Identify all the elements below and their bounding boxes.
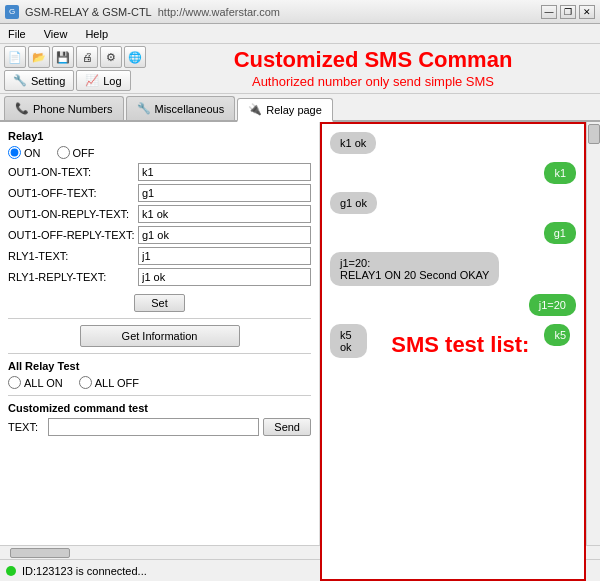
sms-msg-j120: j1=20: RELAY1 ON 20 Second OKAY bbox=[330, 252, 499, 286]
all-relay-test-section: All Relay Test ALL ON ALL OFF bbox=[8, 360, 311, 389]
header-text-block: Customized SMS Comman Authorized number … bbox=[150, 46, 596, 91]
all-relay-radio-group: ALL ON ALL OFF bbox=[8, 376, 311, 389]
scrollbar-thumb-bottom[interactable] bbox=[10, 548, 70, 558]
title-bar: G GSM-RELAY & GSM-CTL http://www.waferst… bbox=[0, 0, 600, 24]
out1-off-input[interactable] bbox=[138, 184, 311, 202]
sms-msg-k5: k5 bbox=[544, 324, 569, 346]
tab-misc-label: Miscellaneous bbox=[155, 103, 225, 115]
sms-msg-k5ok: k5 ok bbox=[330, 324, 367, 358]
send-button[interactable]: Send bbox=[263, 418, 311, 436]
restore-button[interactable]: ❐ bbox=[560, 5, 576, 19]
sms-msg-g1: g1 bbox=[544, 222, 576, 244]
close-button[interactable]: ✕ bbox=[579, 5, 595, 19]
tab-miscellaneous[interactable]: 🔧 Miscellaneous bbox=[126, 96, 236, 120]
window-controls: — ❐ ✕ bbox=[541, 5, 595, 19]
header-title: Customized SMS Comman bbox=[150, 46, 596, 75]
print-icon[interactable]: 🖨 bbox=[76, 46, 98, 68]
new-icon[interactable]: 📄 bbox=[4, 46, 26, 68]
relay1-set-button[interactable]: Set bbox=[134, 294, 185, 312]
divider3 bbox=[8, 395, 311, 396]
customized-command-section: Customized command test TEXT: Send bbox=[8, 402, 311, 436]
customized-text-label: TEXT: bbox=[8, 421, 48, 433]
sms-msg-k1: k1 bbox=[544, 162, 576, 184]
scrollbar-thumb-right[interactable] bbox=[588, 124, 600, 144]
scrollbar-right[interactable] bbox=[586, 122, 600, 545]
tab-relay-label: Relay page bbox=[266, 104, 322, 116]
sms-bottom-row: k5 ok SMS test list: k5 bbox=[330, 324, 576, 358]
status-text: ID:123123 is connected... bbox=[22, 565, 147, 577]
customized-title: Customized command test bbox=[8, 402, 311, 414]
all-on-radio[interactable]: ALL ON bbox=[8, 376, 63, 389]
setting-button[interactable]: 🔧 Setting bbox=[4, 70, 74, 91]
sms-bubble-j120: j1=20: RELAY1 ON 20 Second OKAY bbox=[330, 252, 576, 286]
out1-on-label: OUT1-ON-TEXT: bbox=[8, 166, 138, 178]
sms-bubble-k1ok: k1 ok bbox=[330, 132, 576, 154]
relay1-radio-group: ON OFF bbox=[8, 146, 311, 159]
toolbar: 📄 📂 💾 🖨 ⚙ 🌐 🔧 Setting 📈 Log Customized S… bbox=[0, 44, 600, 94]
minimize-button[interactable]: — bbox=[541, 5, 557, 19]
open-icon[interactable]: 📂 bbox=[28, 46, 50, 68]
log-button[interactable]: 📈 Log bbox=[76, 70, 130, 91]
tab-bar: 📞 Phone Numbers 🔧 Miscellaneous 🔌 Relay … bbox=[0, 94, 600, 122]
all-off-radio[interactable]: ALL OFF bbox=[79, 376, 139, 389]
tab-phone-numbers[interactable]: 📞 Phone Numbers bbox=[4, 96, 124, 120]
customized-text-row: TEXT: Send bbox=[8, 418, 311, 436]
toolbar-icon-group: 📄 📂 💾 🖨 ⚙ 🌐 🔧 Setting 📈 Log bbox=[4, 46, 146, 91]
divider1 bbox=[8, 318, 311, 319]
rly1-reply-label: RLY1-REPLY-TEXT: bbox=[8, 271, 138, 283]
divider2 bbox=[8, 353, 311, 354]
phone-icon: 📞 bbox=[15, 102, 29, 115]
globe-icon[interactable]: 🌐 bbox=[124, 46, 146, 68]
all-relay-title: All Relay Test bbox=[8, 360, 311, 372]
sms-bubble-j120-sent: j1=20 bbox=[330, 294, 576, 316]
log-icon: 📈 bbox=[85, 74, 99, 87]
save-icon[interactable]: 💾 bbox=[52, 46, 74, 68]
rly1-text-row: RLY1-TEXT: bbox=[8, 247, 311, 265]
sms-k5ok-area: k5 ok bbox=[330, 324, 376, 358]
relay1-off-radio[interactable]: OFF bbox=[57, 146, 95, 159]
relay-icon: 🔌 bbox=[248, 103, 262, 116]
rly1-text-label: RLY1-TEXT: bbox=[8, 250, 138, 262]
menu-help[interactable]: Help bbox=[81, 27, 112, 41]
tab-phone-label: Phone Numbers bbox=[33, 103, 113, 115]
out1-on-reply-row: OUT1-ON-REPLY-TEXT: bbox=[8, 205, 311, 223]
sms-bubble-g1: g1 bbox=[330, 222, 576, 244]
left-panel: Relay1 ON OFF OUT1-ON-TEXT: OUT1-OFF-TEX… bbox=[0, 122, 320, 581]
sms-title-area: SMS test list: bbox=[384, 324, 536, 358]
setting-icon: 🔧 bbox=[13, 74, 27, 87]
tab-relay-page[interactable]: 🔌 Relay page bbox=[237, 98, 333, 122]
sms-overlay: k1 ok k1 g1 ok g1 j1=20: RELAY1 ON 20 Se… bbox=[320, 122, 586, 581]
relay1-section: Relay1 ON OFF OUT1-ON-TEXT: OUT1-OFF-TEX… bbox=[8, 130, 311, 312]
sms-bubble-k1: k1 bbox=[330, 162, 576, 184]
header-subtitle: Authorized number only send simple SMS bbox=[150, 74, 596, 91]
relay1-title: Relay1 bbox=[8, 130, 311, 142]
right-panel: Relay2 Relay5 ON OFF bbox=[320, 122, 600, 581]
settings-icon[interactable]: ⚙ bbox=[100, 46, 122, 68]
rly1-text-input[interactable] bbox=[138, 247, 311, 265]
sms-test-title: SMS test list: bbox=[384, 332, 536, 358]
misc-icon: 🔧 bbox=[137, 102, 151, 115]
menu-bar: File View Help bbox=[0, 24, 600, 44]
out1-on-text-row: OUT1-ON-TEXT: bbox=[8, 163, 311, 181]
menu-file[interactable]: File bbox=[4, 27, 30, 41]
relay1-on-radio[interactable]: ON bbox=[8, 146, 41, 159]
out1-off-reply-input[interactable] bbox=[138, 226, 311, 244]
sms-msg-k1ok: k1 ok bbox=[330, 132, 376, 154]
out1-off-reply-label: OUT1-OFF-REPLY-TEXT: bbox=[8, 229, 138, 241]
sms-msg-g1ok: g1 ok bbox=[330, 192, 377, 214]
menu-view[interactable]: View bbox=[40, 27, 72, 41]
sms-msg-j120-sent: j1=20 bbox=[529, 294, 576, 316]
app-url: http://www.waferstar.com bbox=[158, 6, 280, 18]
out1-on-reply-input[interactable] bbox=[138, 205, 311, 223]
rly1-reply-input[interactable] bbox=[138, 268, 311, 286]
customized-text-input[interactable] bbox=[48, 418, 259, 436]
out1-on-reply-label: OUT1-ON-REPLY-TEXT: bbox=[8, 208, 138, 220]
out1-on-input[interactable] bbox=[138, 163, 311, 181]
sms-k5-area: k5 bbox=[544, 324, 576, 358]
main-area: Relay1 ON OFF OUT1-ON-TEXT: OUT1-OFF-TEX… bbox=[0, 122, 600, 581]
out1-off-label: OUT1-OFF-TEXT: bbox=[8, 187, 138, 199]
get-info-button[interactable]: Get Information bbox=[80, 325, 240, 347]
sms-bubble-g1ok: g1 ok bbox=[330, 192, 576, 214]
out1-off-reply-row: OUT1-OFF-REPLY-TEXT: bbox=[8, 226, 311, 244]
rly1-reply-row: RLY1-REPLY-TEXT: bbox=[8, 268, 311, 286]
